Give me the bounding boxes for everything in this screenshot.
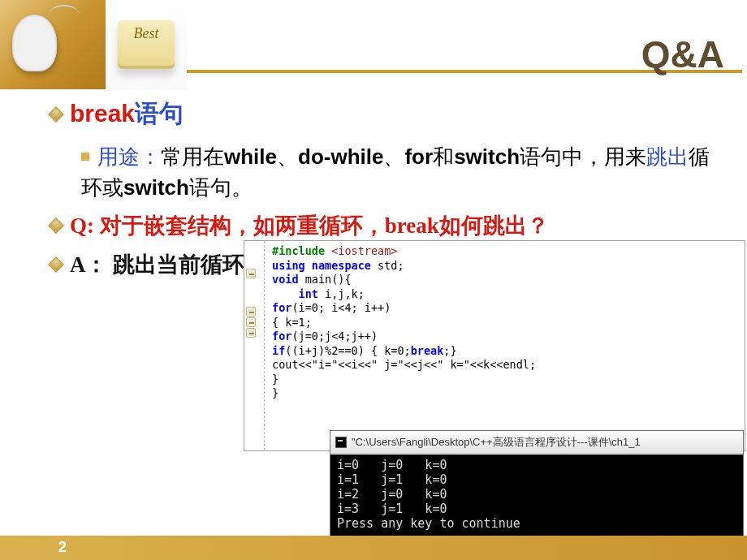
square-bullet-icon — [81, 153, 89, 161]
break-heading: break语句 — [50, 97, 731, 131]
fold-icon — [246, 307, 256, 317]
console-window: "C:\Users\Fangli\Desktop\C++高级语言程序设计---课… — [330, 430, 744, 544]
console-output: i=0 j=0 k=0i=1 j=1 k=0i=2 j=0 k=0i=3 j=1… — [330, 454, 743, 543]
fold-margin — [246, 246, 261, 338]
usage-line: 用途：常用在while、do-while、for和switch语句中，用来跳出循… — [81, 142, 731, 203]
diamond-bullet-icon — [48, 106, 64, 123]
header-images: Best — [0, 0, 187, 89]
page-number: 2 — [58, 539, 67, 556]
mouse-image — [0, 0, 106, 89]
slide-footer: 2 — [0, 536, 747, 560]
question-line: Q: 对于嵌套结构，如两重循环，break如何跳出？ — [50, 211, 731, 240]
diamond-bullet-icon — [48, 218, 64, 234]
header-divider — [0, 70, 742, 73]
console-titlebar: "C:\Users\Fangli\Desktop\C++高级语言程序设计---课… — [330, 431, 743, 454]
fold-icon — [246, 269, 256, 278]
keycap-label: Best — [118, 20, 175, 69]
fold-icon — [246, 328, 256, 338]
console-title-text: "C:\Users\Fangli\Desktop\C++高级语言程序设计---课… — [352, 435, 641, 450]
keycap-image: Best — [106, 0, 187, 89]
code-editor: #include <iostream> using namespace std;… — [244, 240, 745, 451]
page-title: Q&A — [641, 32, 724, 76]
fold-icon — [246, 317, 256, 327]
diamond-bullet-icon — [48, 256, 64, 273]
console-icon — [335, 437, 347, 448]
